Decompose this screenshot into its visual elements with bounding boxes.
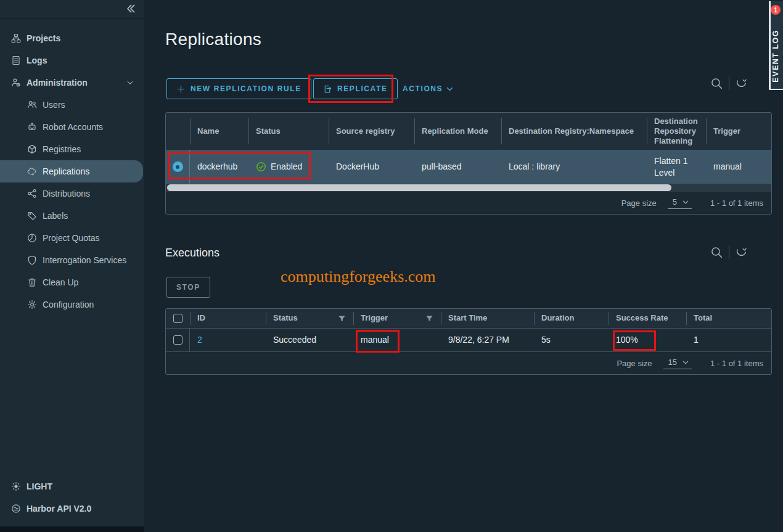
scrollbar-thumb[interactable] bbox=[167, 184, 671, 191]
new-replication-rule-label: NEW REPLICATION RULE bbox=[191, 84, 301, 93]
event-log-tab[interactable]: 1 EVENT LOG bbox=[769, 1, 783, 90]
cell-status: Succeeded bbox=[266, 329, 353, 351]
sidebar-item-label: Robot Accounts bbox=[43, 122, 103, 132]
replications-pagination: Page size 5 1 - 1 of 1 items bbox=[166, 192, 771, 215]
replicate-button[interactable]: REPLICATE bbox=[313, 78, 398, 99]
robot-icon bbox=[27, 122, 37, 132]
chevron-down-icon bbox=[682, 359, 689, 366]
logs-icon bbox=[11, 55, 21, 65]
sidebar-collapse-icon[interactable] bbox=[125, 2, 137, 15]
cell-duration: 5s bbox=[534, 329, 609, 351]
cell-trigger: manual bbox=[706, 150, 771, 184]
page-size-value: 5 bbox=[673, 197, 677, 207]
api-icon bbox=[11, 504, 21, 514]
page-size-select[interactable]: 5 bbox=[668, 197, 692, 209]
column-header-source-registry: Source registry bbox=[329, 113, 414, 150]
executions-pagination: Page size 15 1 - 1 of 1 items bbox=[166, 352, 771, 375]
harbor-api-label: Harbor API V2.0 bbox=[27, 504, 91, 514]
sidebar-item-label: Logs bbox=[27, 55, 47, 65]
replications-table-header: Name Status Source registry Replication … bbox=[166, 113, 771, 150]
horizontal-scrollbar[interactable] bbox=[166, 184, 771, 192]
page-size-label: Page size bbox=[617, 359, 652, 368]
sidebar-item-replications[interactable]: Replications bbox=[0, 160, 143, 182]
sidebar-item-users[interactable]: Users bbox=[0, 94, 143, 116]
sidebar-nav: Projects Logs Administration Users Robot… bbox=[0, 27, 143, 316]
execution-id-link[interactable]: 2 bbox=[197, 334, 202, 345]
replicate-icon bbox=[323, 84, 332, 94]
sidebar-item-clean-up[interactable]: Clean Up bbox=[0, 271, 143, 293]
search-icon[interactable] bbox=[710, 246, 723, 259]
pie-icon bbox=[27, 233, 37, 243]
sidebar-item-robot-accounts[interactable]: Robot Accounts bbox=[0, 116, 143, 138]
plus-icon bbox=[176, 84, 186, 94]
chevron-down-icon bbox=[446, 85, 454, 93]
chevron-down-icon[interactable] bbox=[126, 78, 134, 87]
cell-name: dockerhub bbox=[190, 150, 248, 184]
check-circle-icon bbox=[256, 162, 266, 172]
sidebar: Projects Logs Administration Users Robot… bbox=[0, 0, 144, 532]
actions-dropdown[interactable]: ACTIONS bbox=[403, 78, 454, 99]
sidebar-item-project-quotas[interactable]: Project Quotas bbox=[0, 227, 143, 249]
cloud-sync-icon bbox=[27, 166, 37, 176]
stop-button[interactable]: STOP bbox=[166, 277, 210, 298]
cell-destination: Local : library bbox=[501, 150, 647, 184]
column-header-start-time: Start Time bbox=[441, 309, 534, 328]
sidebar-item-interrogation-services[interactable]: Interrogation Services bbox=[0, 249, 143, 271]
refresh-icon[interactable] bbox=[735, 246, 748, 259]
sidebar-item-registries[interactable]: Registries bbox=[0, 138, 143, 160]
refresh-icon[interactable] bbox=[735, 77, 748, 90]
share-icon bbox=[27, 189, 37, 198]
column-header-status: Status bbox=[266, 309, 353, 328]
sidebar-item-projects[interactable]: Projects bbox=[0, 27, 143, 49]
tag-icon bbox=[27, 211, 37, 221]
event-log-label: EVENT LOG bbox=[771, 30, 780, 83]
gear-icon bbox=[27, 300, 37, 309]
sidebar-item-configuration[interactable]: Configuration bbox=[0, 293, 143, 316]
shield-icon bbox=[27, 255, 37, 265]
cell-replication-mode: pull-based bbox=[414, 150, 501, 184]
page-size-select[interactable]: 15 bbox=[663, 358, 692, 369]
column-header-flattening: Destination Repository Flattening bbox=[647, 113, 706, 150]
harbor-app: Projects Logs Administration Users Robot… bbox=[0, 0, 783, 532]
sidebar-item-logs[interactable]: Logs bbox=[0, 49, 143, 72]
stop-label: STOP bbox=[176, 283, 200, 292]
watermark-text: computingforgeeks.com bbox=[281, 268, 436, 286]
cell-status: Enabled bbox=[248, 150, 329, 184]
sidebar-footer: LIGHT Harbor API V2.0 bbox=[0, 475, 144, 520]
cell-trigger: manual bbox=[353, 329, 441, 351]
column-header-id: ID bbox=[190, 309, 266, 328]
sun-icon bbox=[11, 481, 21, 491]
filter-icon[interactable] bbox=[425, 314, 433, 322]
row-radio-selected[interactable] bbox=[173, 162, 183, 172]
table-row[interactable]: 2 Succeeded manual 9/8/22, 6:27 PM 5s 10… bbox=[166, 329, 771, 352]
sidebar-collapse-row bbox=[0, 0, 144, 18]
executions-table-header: ID Status Trigger Start Time Duration Su… bbox=[166, 309, 771, 329]
sidebar-item-labels[interactable]: Labels bbox=[0, 205, 143, 227]
select-all-checkbox[interactable] bbox=[173, 314, 182, 323]
theme-toggle-light[interactable]: LIGHT bbox=[0, 475, 144, 497]
sidebar-item-label: Users bbox=[43, 100, 65, 110]
divider bbox=[729, 245, 729, 259]
replicate-label: REPLICATE bbox=[337, 84, 388, 93]
sidebar-item-distributions[interactable]: Distributions bbox=[0, 182, 143, 205]
sidebar-item-label: Clean Up bbox=[43, 277, 78, 287]
sidebar-item-administration[interactable]: Administration bbox=[0, 72, 143, 94]
column-header-success-rate: Success Rate bbox=[609, 309, 686, 328]
cell-success-rate: 100% bbox=[609, 329, 686, 351]
replications-table: Name Status Source registry Replication … bbox=[165, 112, 772, 215]
executions-title: Executions bbox=[165, 247, 219, 260]
search-icon[interactable] bbox=[710, 77, 723, 90]
column-header-total: Total bbox=[686, 309, 771, 328]
items-range: 1 - 1 of 1 items bbox=[710, 359, 763, 368]
harbor-api-link[interactable]: Harbor API V2.0 bbox=[0, 497, 144, 520]
row-checkbox[interactable] bbox=[173, 335, 182, 345]
page-size-value: 15 bbox=[668, 358, 677, 367]
column-header-replication-mode: Replication Mode bbox=[414, 113, 501, 150]
sidebar-item-label: Distributions bbox=[43, 189, 90, 198]
table-row[interactable]: dockerhub Enabled DockerHub pull-based L… bbox=[166, 150, 771, 184]
actions-label: ACTIONS bbox=[403, 84, 443, 93]
filter-icon[interactable] bbox=[338, 314, 346, 322]
status-text: Enabled bbox=[271, 161, 302, 172]
new-replication-rule-button[interactable]: NEW REPLICATION RULE bbox=[166, 78, 311, 99]
column-header-name: Name bbox=[190, 113, 248, 150]
